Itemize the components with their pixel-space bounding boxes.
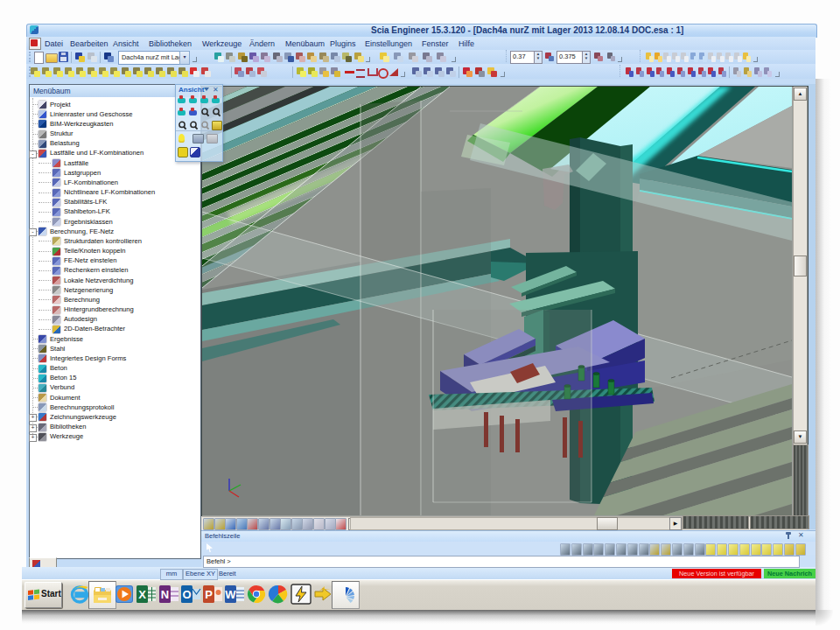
svg-text:W: W (225, 588, 236, 601)
svg-text:N: N (161, 588, 169, 601)
svg-text:P: P (205, 588, 213, 601)
svg-text:X: X (138, 588, 146, 601)
svg-text:O: O (182, 588, 191, 601)
